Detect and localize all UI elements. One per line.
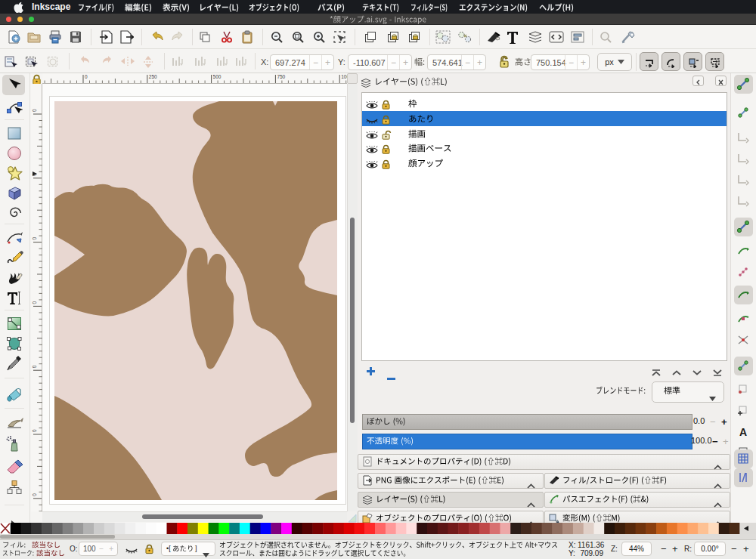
svg-text:500: 500: [213, 74, 222, 79]
svg-text:0: 0: [32, 365, 37, 368]
svg-text:0: 0: [32, 301, 37, 304]
svg-text:0: 0: [32, 493, 37, 496]
svg-text:750: 750: [277, 74, 285, 79]
svg-text:0: 0: [32, 429, 37, 432]
svg-text:250: 250: [149, 74, 157, 79]
svg-text:1000: 1000: [341, 74, 347, 79]
svg-text:0: 0: [32, 109, 37, 112]
svg-text:A: A: [739, 426, 747, 438]
svg-text:0: 0: [32, 237, 37, 240]
svg-text:0: 0: [85, 74, 88, 79]
